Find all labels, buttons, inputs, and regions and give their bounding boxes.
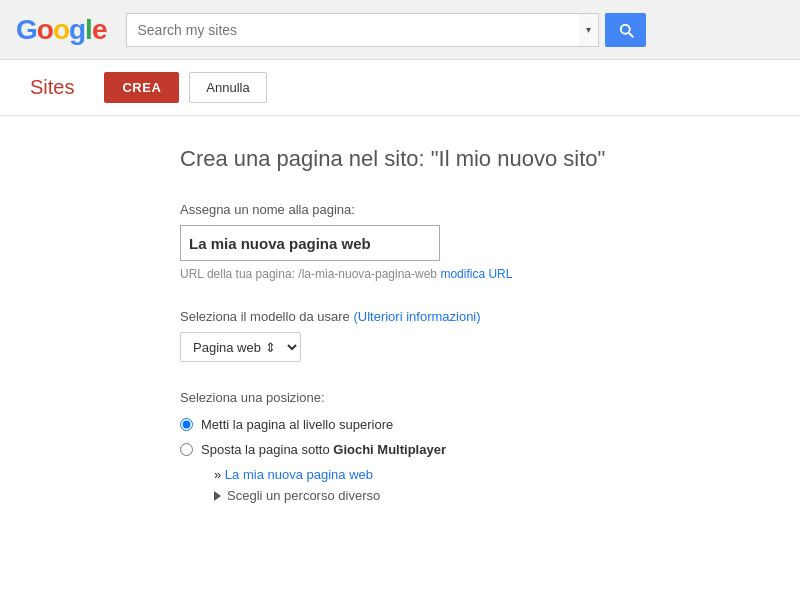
logo-e: e — [92, 14, 107, 45]
model-label-text: Seleziona il modello da usare — [180, 309, 350, 324]
annulla-button[interactable]: Annulla — [189, 72, 266, 103]
radio-option-under: Sposta la pagina sotto Giochi Multiplaye… — [180, 442, 720, 457]
sub-link-item: » La mia nuova pagina web — [214, 467, 720, 482]
search-input[interactable] — [126, 13, 578, 47]
url-line: URL della tua pagina: /la-mia-nuova-pagi… — [180, 267, 720, 281]
model-section: Seleziona il modello da usare (Ulteriori… — [180, 309, 720, 362]
logo-g: G — [16, 14, 37, 45]
model-select[interactable]: Pagina web ⇕ Notizie File cabinet Lista — [180, 332, 301, 362]
search-bar: ▾ — [126, 13, 646, 47]
page-title: Crea una pagina nel sito: "Il mio nuovo … — [180, 146, 720, 172]
radio-under-bold: Giochi Multiplayer — [333, 442, 446, 457]
search-dropdown-button[interactable]: ▾ — [579, 13, 600, 47]
sub-link-prefix: » — [214, 467, 225, 482]
page-name-input[interactable] — [180, 225, 440, 261]
name-section: Assegna un nome alla pagina: URL della t… — [180, 202, 720, 281]
position-section: Seleziona una posizione: Metti la pagina… — [180, 390, 720, 503]
url-prefix: URL della tua pagina: /la-mia-nuova-pagi… — [180, 267, 437, 281]
main-content: Crea una pagina nel sito: "Il mio nuovo … — [0, 116, 800, 561]
radio-top-level-label[interactable]: Metti la pagina al livello superiore — [201, 417, 393, 432]
radio-under-label[interactable]: Sposta la pagina sotto Giochi Multiplaye… — [201, 442, 446, 457]
modify-url-link[interactable]: modifica URL — [440, 267, 512, 281]
logo-o2: o — [53, 14, 69, 45]
header: Google ▾ — [0, 0, 800, 60]
search-icon — [617, 21, 635, 39]
radio-under-prefix: Sposta la pagina sotto — [201, 442, 333, 457]
name-label: Assegna un nome alla pagina: — [180, 202, 720, 217]
logo-l: l — [85, 14, 92, 45]
triangle-icon — [214, 491, 221, 501]
crea-button[interactable]: CREA — [104, 72, 179, 103]
sites-label: Sites — [30, 76, 74, 99]
search-submit-button[interactable] — [605, 13, 646, 47]
radio-top-level[interactable] — [180, 418, 193, 431]
chevron-down-icon: ▾ — [586, 24, 591, 35]
radio-under[interactable] — [180, 443, 193, 456]
logo-g2: g — [69, 14, 85, 45]
radio-option-top: Metti la pagina al livello superiore — [180, 417, 720, 432]
position-label: Seleziona una posizione: — [180, 390, 720, 405]
model-info-link[interactable]: (Ulteriori informazioni) — [353, 309, 480, 324]
model-label: Seleziona il modello da usare (Ulteriori… — [180, 309, 720, 324]
sub-page-link[interactable]: La mia nuova pagina web — [225, 467, 373, 482]
expand-text: Scegli un percorso diverso — [227, 488, 380, 503]
expand-item[interactable]: Scegli un percorso diverso — [214, 488, 720, 503]
logo-o1: o — [37, 14, 53, 45]
google-logo: Google — [16, 14, 106, 46]
toolbar: Sites CREA Annulla — [0, 60, 800, 116]
